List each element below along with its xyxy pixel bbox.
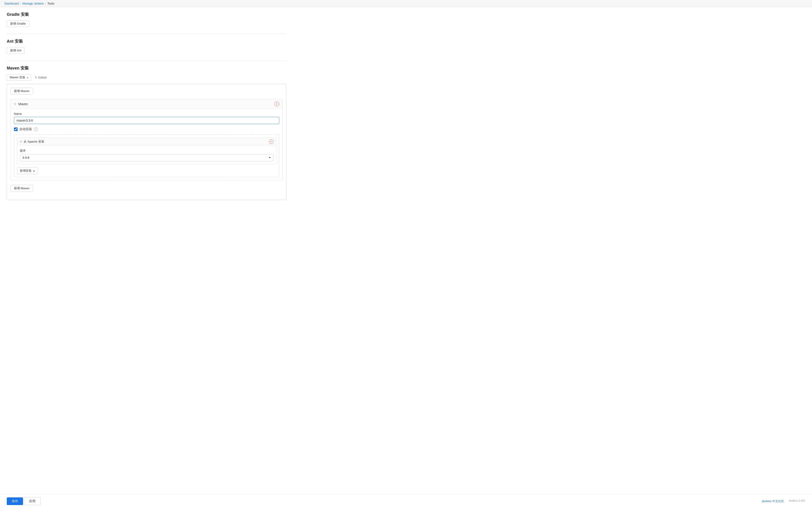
apache-card-title-text: 从 Apache 安装 xyxy=(24,140,44,144)
chevron-install-icon: ∨ xyxy=(33,169,35,173)
breadcrumb-tools: Tools xyxy=(47,2,54,5)
remove-apache-install-button[interactable]: × xyxy=(269,139,273,144)
auto-install-label: 自动安装 xyxy=(19,127,32,131)
version-select[interactable]: 3.9.6 xyxy=(20,154,273,161)
maven-card-title-row: ≡ Maven xyxy=(14,102,28,106)
add-install-button[interactable]: 新增安装 ∨ xyxy=(17,167,38,174)
add-maven-bottom-button[interactable]: 新增 Maven xyxy=(11,185,33,192)
add-install-label: 新增安装 xyxy=(20,169,32,173)
maven-collapse-label: Maven 安装 xyxy=(10,75,25,79)
drag-handle-icon[interactable]: ≡ xyxy=(14,102,16,106)
gradle-section-title: Gradle 安装 xyxy=(7,12,287,17)
maven-card-header: ≡ Maven × xyxy=(11,99,283,109)
pencil-icon: ✎ xyxy=(35,76,37,79)
apache-install-card: ≡ 从 Apache 安装 × 版本 xyxy=(17,137,276,164)
maven-card-title-text: Maven xyxy=(18,102,28,106)
gradle-section: Gradle 安装 新增 Gradle xyxy=(7,12,287,32)
install-options-area: ≡ 从 Apache 安装 × 版本 xyxy=(14,134,279,177)
ant-section: Ant 安装 新增 Ant xyxy=(7,39,287,58)
maven-card: ≡ Maven × Name 自动安装 ? xyxy=(11,99,283,180)
remove-maven-button[interactable]: × xyxy=(274,101,279,107)
maven-card-body: Name 自动安装 ? ≡ xyxy=(11,109,283,180)
chevron-down-icon: ∧ xyxy=(27,76,28,79)
maven-collapse-button[interactable]: Maven 安装 ∧ xyxy=(7,74,31,81)
maven-name-input[interactable] xyxy=(14,117,279,124)
edited-badge: ✎ Edited xyxy=(35,76,47,79)
apache-card-body: 版本 3.9.6 xyxy=(17,146,276,164)
breadcrumb-dashboard[interactable]: Dashboard xyxy=(4,2,19,5)
maven-section: Maven 安装 Maven 安装 ∧ ✎ Edited 新增 Maven xyxy=(7,66,287,200)
ant-section-title: Ant 安装 xyxy=(7,39,287,44)
edited-label: Edited xyxy=(38,76,47,79)
close-small-icon: × xyxy=(270,140,272,143)
breadcrumb-manage-jenkins[interactable]: Manage Jenkins xyxy=(23,2,44,5)
breadcrumb: Dashboard › Manage Jenkins › Tools xyxy=(0,0,812,7)
add-ant-button[interactable]: 新增 Ant xyxy=(7,47,25,54)
close-icon: × xyxy=(276,102,277,105)
apache-card-header: ≡ 从 Apache 安装 × xyxy=(17,138,276,146)
maven-section-title: Maven 安装 xyxy=(7,66,287,71)
name-label: Name xyxy=(14,112,279,116)
apache-card-title-row: ≡ 从 Apache 安装 xyxy=(20,140,44,144)
version-label: 版本 xyxy=(20,149,273,153)
breadcrumb-sep-1: › xyxy=(20,2,21,5)
add-gradle-button[interactable]: 新增 Gradle xyxy=(7,20,29,27)
auto-install-checkbox[interactable] xyxy=(14,127,17,131)
maven-header-row: Maven 安装 ∧ ✎ Edited xyxy=(7,74,287,81)
auto-install-row: 自动安装 ? xyxy=(14,127,279,131)
add-maven-top-button[interactable]: 新增 Maven xyxy=(11,88,33,94)
help-icon[interactable]: ? xyxy=(34,127,38,131)
apache-drag-handle-icon[interactable]: ≡ xyxy=(20,140,22,144)
maven-card-area: 新增 Maven ≡ Maven × Name xyxy=(7,84,287,200)
breadcrumb-sep-2: › xyxy=(45,2,46,5)
